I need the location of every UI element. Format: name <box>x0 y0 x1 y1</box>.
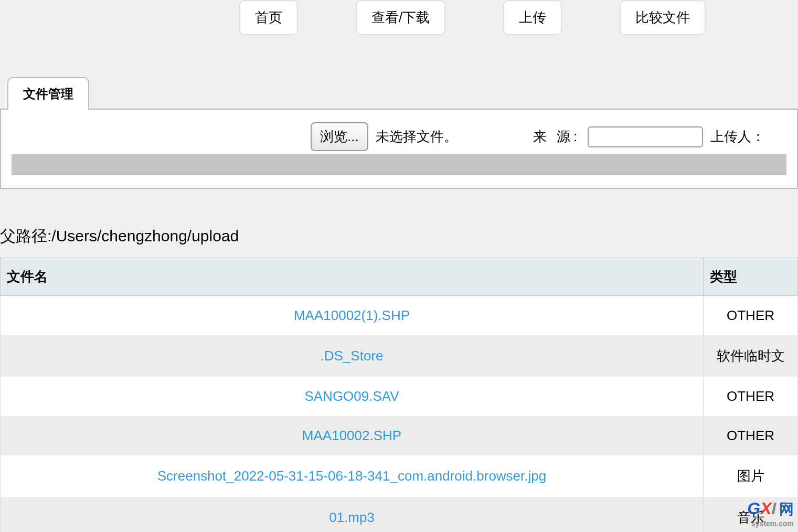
nav-view-download-button[interactable]: 查看/下载 <box>356 0 445 35</box>
browse-button[interactable]: 浏览... <box>311 122 368 151</box>
header-type: 类型 <box>704 258 798 296</box>
uploader-label: 上传人： <box>710 127 765 146</box>
cell-filename: Screenshot_2022-05-31-15-06-18-341_com.a… <box>1 455 704 497</box>
nav-compare-button[interactable]: 比较文件 <box>620 0 706 35</box>
cell-filename: 01.mp3 <box>1 497 704 532</box>
path-value: /Users/chengzhong/upload <box>51 227 239 244</box>
path-label: 父路径: <box>0 227 51 244</box>
cell-type: OTHER <box>704 296 798 336</box>
header-filename: 文件名 <box>1 258 704 296</box>
watermark-x: X <box>760 499 771 518</box>
file-link[interactable]: .DS_Store <box>321 348 384 364</box>
upload-row: 浏览... 未选择文件。 来 源: 上传人： <box>311 122 786 151</box>
tab-file-management[interactable]: 文件管理 <box>7 77 89 110</box>
table-row: MAA10002.SHPOTHER <box>1 416 798 455</box>
cell-type: OTHER <box>704 377 798 416</box>
file-table: 文件名 类型 MAA10002(1).SHPOTHER.DS_Store软件临时… <box>0 258 798 532</box>
cell-type: 软件临时文 <box>704 335 798 377</box>
watermark-net: 网 <box>779 501 794 517</box>
table-row: MAA10002(1).SHPOTHER <box>1 296 798 336</box>
watermark-g: G <box>747 499 760 518</box>
cell-filename: SANGO09.SAV <box>1 377 704 416</box>
cell-type: 图片 <box>704 455 798 497</box>
tab-container: 文件管理 浏览... 未选择文件。 来 源: 上传人： <box>0 77 798 189</box>
parent-path-heading: 父路径:/Users/chengzhong/upload <box>0 226 798 247</box>
progress-bar <box>12 154 786 175</box>
table-row: SANGO09.SAVOTHER <box>1 377 798 416</box>
file-link[interactable]: MAA10002.SHP <box>302 428 401 443</box>
table-row: Screenshot_2022-05-31-15-06-18-341_com.a… <box>1 455 798 497</box>
cell-filename: MAA10002(1).SHP <box>1 296 704 336</box>
file-link[interactable]: SANGO09.SAV <box>304 388 399 404</box>
table-header-row: 文件名 类型 <box>1 258 798 296</box>
file-link[interactable]: 01.mp3 <box>329 509 375 525</box>
table-row: .DS_Store软件临时文 <box>1 335 798 377</box>
file-link[interactable]: MAA10002(1).SHP <box>294 307 410 323</box>
nav-bar: 首页 查看/下载 上传 比较文件 <box>147 0 798 51</box>
no-file-text: 未选择文件。 <box>376 127 457 146</box>
source-label: 来 源: <box>533 127 580 146</box>
cell-type: OTHER <box>704 416 798 455</box>
table-row: 01.mp3音乐 <box>1 497 798 532</box>
cell-filename: MAA10002.SHP <box>1 416 704 455</box>
watermark-sub: system.com <box>747 519 794 528</box>
source-input[interactable] <box>588 126 703 147</box>
file-management-panel: 浏览... 未选择文件。 来 源: 上传人： <box>0 109 798 189</box>
watermark-i: I <box>772 499 776 518</box>
nav-upload-button[interactable]: 上传 <box>503 0 562 35</box>
watermark-logo: GXI 网 system.com <box>747 499 794 528</box>
cell-filename: .DS_Store <box>1 335 704 377</box>
file-link[interactable]: Screenshot_2022-05-31-15-06-18-341_com.a… <box>157 468 546 484</box>
nav-home-button[interactable]: 首页 <box>239 0 298 35</box>
